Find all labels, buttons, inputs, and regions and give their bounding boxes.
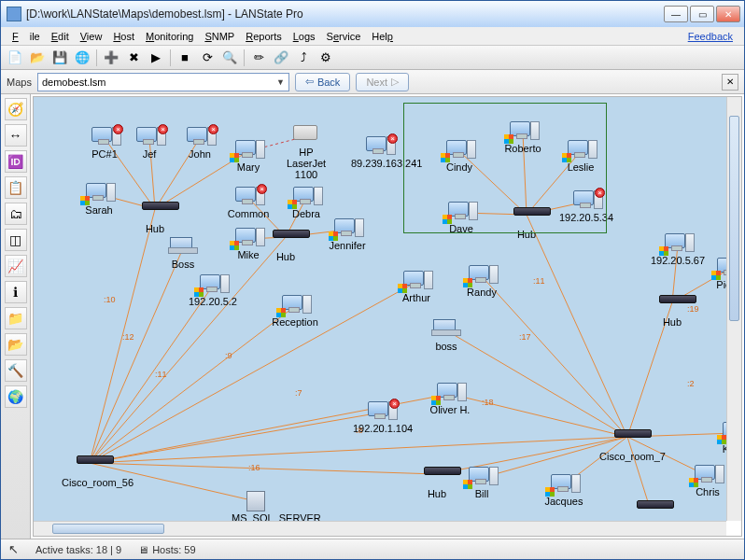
windows-badge [194, 287, 204, 297]
node-ip89[interactable]: ×89.239.163.241 [351, 136, 407, 169]
maximize-button[interactable]: ▭ [690, 6, 714, 22]
toolbar: 📄📂💾🌐➕✖▶■⟳🔍✏🔗⤴⚙ [1, 46, 744, 70]
node-ip1922011104[interactable]: ×192.20.1.104 [353, 401, 409, 434]
sidebar-button-10[interactable]: 🔨 [5, 359, 27, 382]
back-button[interactable]: ⇦Back [295, 73, 350, 91]
sidebar-button-9[interactable]: 📂 [5, 333, 27, 356]
menu-edit[interactable]: Edit [46, 31, 75, 42]
sidebar-button-6[interactable]: 📈 [5, 255, 27, 277]
map-combo[interactable]: demobest.lsm ▼ [37, 73, 289, 91]
node-label: Hub [258, 251, 314, 262]
node-kathe[interactable]: Kathe [708, 422, 726, 455]
toolbar-button-5[interactable]: ✖ [123, 49, 144, 67]
node-pierre[interactable]: Pierre [702, 258, 726, 290]
node-boss[interactable]: Boss [155, 237, 211, 270]
node-reception[interactable]: Reception [267, 295, 323, 328]
node-hub2[interactable]: Hub [258, 226, 314, 262]
toolbar-button-4[interactable]: ➕ [101, 49, 121, 67]
node-ip19220567[interactable]: 192.20.5.67 [650, 233, 706, 266]
selection-box[interactable] [403, 103, 607, 233]
minimize-button[interactable]: — [664, 6, 688, 22]
node-hplj[interactable]: HP LaserJet 1100 [278, 125, 334, 180]
toolbar-button-1[interactable]: 📂 [27, 49, 48, 67]
toolbar-button-0[interactable]: 📄 [5, 49, 25, 67]
node-label: Jef [121, 148, 177, 160]
menu-host[interactable]: Host [107, 31, 140, 42]
close-button[interactable]: ✕ [716, 6, 740, 22]
arrow-right-icon: ▷ [391, 76, 399, 88]
toolbar-button-3[interactable]: 🌐 [72, 49, 92, 67]
toolbar-button-9[interactable]: 🔍 [219, 49, 240, 67]
menu-view[interactable]: View [75, 31, 108, 42]
menu-monitoring[interactable]: Monitoring [140, 31, 199, 42]
node-label: boss [418, 341, 474, 352]
maps-label: Maps [7, 77, 32, 88]
node-label: Hub [644, 316, 700, 328]
node-sarah[interactable]: Sarah [71, 183, 127, 216]
node-jef[interactable]: ×Jef [121, 127, 177, 160]
node-boss2[interactable]: boss [418, 319, 474, 352]
sidebar-button-8[interactable]: 📁 [5, 307, 27, 329]
toolbar-button-6[interactable]: ▶ [146, 49, 166, 67]
next-button[interactable]: Next▷ [356, 73, 409, 91]
menu-service[interactable]: Service [321, 31, 367, 42]
node-oliverh[interactable]: Oliver H. [422, 383, 478, 415]
node-label: 192.20.5.67 [650, 255, 706, 266]
node-common[interactable]: ×Common [220, 187, 276, 219]
node-cisco56[interactable]: Cisco_room_56 [62, 452, 118, 488]
sidebar-button-4[interactable]: 🗂 [5, 203, 27, 225]
windows-badge [276, 308, 286, 317]
close-tab-button[interactable]: ✕ [722, 74, 738, 91]
windows-badge [398, 284, 407, 293]
node-hub4[interactable]: Hub [644, 291, 700, 328]
node-bill[interactable]: Bill [454, 467, 510, 499]
feedback-link[interactable]: Feedback [682, 31, 738, 42]
toolbar-button-8[interactable]: ⟳ [197, 49, 218, 67]
node-arthur[interactable]: Arthur [388, 271, 444, 303]
sidebar-button-7[interactable]: ℹ [5, 281, 27, 303]
node-randy[interactable]: Randy [454, 265, 510, 298]
node-mary[interactable]: Mary [220, 140, 276, 173]
menubar: File Edit View Host Monitoring SNMP Repo… [1, 27, 744, 46]
svg-text::11: :11 [155, 370, 167, 379]
menu-file[interactable]: File [7, 31, 46, 42]
node-jacques[interactable]: Jacques [536, 474, 592, 507]
vertical-scrollbar[interactable] [726, 97, 741, 521]
node-ip1922052[interactable]: 192.20.5.2 [185, 274, 241, 307]
node-john[interactable]: ×John [172, 127, 228, 160]
scroll-thumb[interactable] [729, 116, 739, 321]
node-label: Randy [454, 287, 510, 298]
sidebar-button-11[interactable]: 🌍 [5, 385, 27, 408]
node-hub6[interactable]: Hub [622, 497, 678, 521]
toolbar-button-12[interactable]: ⤴ [293, 49, 314, 67]
windows-badge [230, 241, 239, 250]
titlebar[interactable]: [D:\work\LANState\Maps\demobest.lsm] - L… [1, 1, 744, 27]
canvas-area: :10:12:11:9:8:7:16:18:17:11:19:2 ×PC#1×J… [33, 96, 742, 537]
menu-logs[interactable]: Logs [288, 31, 321, 42]
horizontal-scrollbar[interactable] [34, 521, 726, 536]
node-debra[interactable]: Debra [278, 187, 334, 219]
menu-help[interactable]: Help [366, 31, 399, 42]
menu-reports[interactable]: Reports [240, 31, 288, 42]
toolbar-button-2[interactable]: 💾 [49, 49, 70, 67]
sidebar-button-1[interactable]: ↔ [5, 124, 27, 147]
toolbar-button-10[interactable]: ✏ [248, 49, 269, 67]
node-mssql[interactable]: MS_SQL_SERVER [232, 491, 288, 521]
windows-badge [80, 196, 90, 205]
toolbar-button-7[interactable]: ■ [175, 49, 195, 67]
node-label: HP LaserJet 1100 [278, 147, 334, 180]
node-chris[interactable]: Chris [680, 465, 726, 497]
node-jennifer[interactable]: Jennifer [319, 218, 375, 251]
sidebar-button-3[interactable]: 📋 [5, 176, 27, 199]
menu-snmp[interactable]: SNMP [199, 31, 240, 42]
sidebar-button-5[interactable]: ◫ [5, 229, 27, 251]
scroll-thumb[interactable] [52, 524, 164, 534]
node-label: 89.239.163.241 [351, 158, 407, 169]
network-map[interactable]: :10:12:11:9:8:7:16:18:17:11:19:2 ×PC#1×J… [34, 97, 726, 521]
sidebar-button-2[interactable]: 🆔 [5, 150, 27, 173]
toolbar-button-13[interactable]: ⚙ [316, 49, 336, 67]
node-hub1[interactable]: Hub [127, 198, 183, 234]
node-cisco7[interactable]: Cisco_room_7 [599, 426, 655, 462]
toolbar-button-11[interactable]: 🔗 [271, 49, 291, 67]
sidebar-button-0[interactable]: 🧭 [5, 98, 27, 120]
